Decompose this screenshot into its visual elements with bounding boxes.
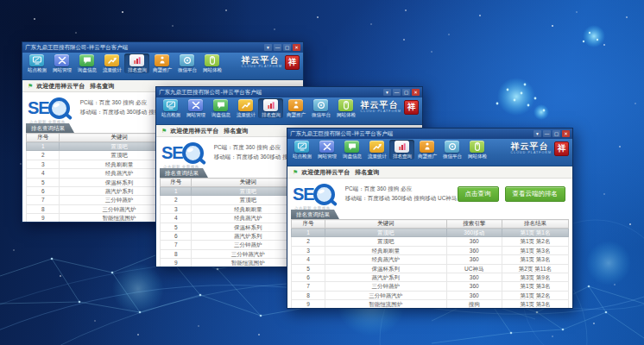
inquiry-chat-icon (344, 141, 359, 153)
table-cell: UC神马 (446, 264, 502, 273)
toolbar-item-3[interactable]: 询盘信息 (339, 140, 364, 160)
maximize-button[interactable]: ▢ (283, 44, 291, 51)
table-cell: 6 (292, 273, 325, 282)
content-area: SE 点击刷新 全面领先 PC端：百度 360 搜狗 必应 移动端：百度移动 3… (287, 179, 572, 308)
toolbar-item-1[interactable]: 站点检测 (289, 140, 314, 160)
window-title: 广东九鼎王巨搜有限公司-祥云平台客户端 (159, 89, 383, 97)
toolbar-item-3[interactable]: 询盘信息 (74, 53, 99, 73)
inquiry-chat-icon (213, 99, 228, 111)
minimize-button[interactable]: — (274, 44, 281, 51)
table-cell: 三分钟蒸炉 (325, 282, 446, 291)
pc-engines-line: PC端：百度 360 搜狗 必应 (345, 185, 458, 193)
maximize-button[interactable]: ▢ (402, 89, 410, 96)
table-row[interactable]: 1置顶吧360移动第1页 第1名 (292, 229, 569, 237)
toolbar-item-4[interactable]: 流量统计 (364, 140, 389, 160)
view-cloud-rank-button[interactable]: 查看云端的排名 (505, 186, 566, 203)
toolbar-item-8[interactable]: 网站体检 (464, 140, 489, 160)
promotion-podium-icon (420, 141, 434, 153)
flag-icon: ⚑ (161, 128, 167, 134)
toolbar-item-7[interactable]: 微信平台 (308, 98, 333, 118)
close-button[interactable]: ✕ (293, 44, 300, 51)
table-cell: 9 (292, 300, 325, 309)
toolbar-item-label: 微信平台 (177, 66, 196, 72)
engine-support-lines: PC端：百度 360 搜狗 必应 移动端：百度移动 360移动 搜狗移动 UC神… (345, 185, 458, 203)
maximize-button[interactable]: ▢ (552, 130, 560, 137)
magnifier-icon (182, 142, 204, 164)
results-tab[interactable]: 排名查询结果 (26, 123, 74, 133)
column-header: 排名结果 (502, 220, 568, 229)
flag-icon: ⚑ (293, 169, 298, 175)
results-tab[interactable]: 排名查询结果 (160, 168, 208, 178)
rank-bar-chart-icon (263, 99, 278, 111)
toolbar-item-2[interactable]: 网站管理 (49, 53, 74, 73)
seo-logo: SE 点击刷新 全面领先 (161, 142, 204, 164)
toolbar-item-7[interactable]: 微信平台 (439, 140, 464, 160)
table-row[interactable]: 9智能恒流围炉搜狗第1页 第3名 (292, 300, 569, 309)
toolbar-item-label: 排名查询 (261, 111, 280, 117)
table-row[interactable]: 4经典蒸汽炉360第1页 第3名 (292, 255, 569, 264)
toolbar-item-1[interactable]: 站点检测 (24, 53, 49, 73)
query-button[interactable]: 点击查询 (458, 186, 499, 203)
toolbar-item-4[interactable]: 流量统计 (99, 53, 124, 73)
close-button[interactable]: ✕ (562, 130, 570, 137)
table-row[interactable]: 8三分钟蒸汽炉360第1页 第2名 (292, 291, 569, 299)
toolbar-item-8[interactable]: 网站体检 (199, 53, 224, 73)
magnifier-icon (48, 97, 70, 119)
skin-button[interactable]: ▾ (383, 89, 391, 96)
toolbar-item-5[interactable]: 排名查询 (389, 140, 414, 160)
toolbar-item-7[interactable]: 微信平台 (174, 53, 199, 73)
table-row[interactable]: 3经典刷刷量360第1页 第3名 (292, 246, 569, 254)
table-row[interactable]: 5保温杯系列UC神马第2页 第11名 (292, 264, 569, 273)
skin-button[interactable]: ▾ (534, 130, 541, 137)
table-cell: 360移动 (446, 229, 502, 237)
table-cell: 5 (292, 264, 325, 273)
table-cell: 360 (446, 282, 502, 291)
titlebar[interactable]: 广东九鼎王巨搜有限公司-祥云平台客户端 ▾—▢✕ (22, 42, 303, 53)
seo-logo-text: SE (293, 185, 314, 203)
table-cell: 360 (446, 273, 502, 282)
table-cell: 4 (292, 255, 325, 264)
toolbar-item-4[interactable]: 流量统计 (233, 98, 258, 118)
minimize-button[interactable]: — (543, 130, 551, 137)
minimize-button[interactable]: — (393, 89, 401, 96)
toolbar-items: 站点检测网站管理询盘信息流量统计排名查询商盟推广微信平台网站体检 (158, 98, 358, 118)
seo-slogan: 点击刷新 全面领先 (294, 206, 331, 210)
column-header: 序号 (27, 134, 60, 142)
close-button[interactable]: ✕ (412, 89, 420, 96)
welcome-text: 欢迎使用祥云平台 (170, 127, 218, 135)
results-tab[interactable]: 排名查询结果 (291, 210, 339, 219)
table-cell: 8 (27, 204, 60, 213)
titlebar[interactable]: 广东九鼎王巨搜有限公司-祥云平台客户端 ▾—▢✕ (156, 87, 422, 97)
table-row[interactable]: 7三分钟蒸炉360第1页 第3名 (292, 282, 569, 291)
toolbar-item-6[interactable]: 商盟推广 (414, 140, 439, 160)
toolbar-item-5[interactable]: 排名查询 (258, 98, 283, 118)
table-row[interactable]: 2置顶吧360第1页 第2名 (292, 237, 569, 246)
table-cell: 保温杯系列 (325, 264, 446, 273)
toolbar-item-3[interactable]: 询盘信息 (208, 98, 233, 118)
section-title: 排名查询 (224, 127, 248, 135)
brand-subtitle: CLOUD PLATFORM (511, 152, 552, 155)
action-buttons: 点击查询 查看云端的排名 (458, 186, 566, 203)
table-cell: 第1页 第2名 (502, 291, 568, 299)
table-cell: 9 (27, 214, 60, 223)
toolbar-item-2[interactable]: 网站管理 (314, 140, 339, 160)
window-title: 广东九鼎王巨搜有限公司-祥云平台客户端 (290, 130, 534, 138)
toolbar-item-6[interactable]: 商盟推广 (283, 98, 308, 118)
toolbar-item-2[interactable]: 网站管理 (183, 98, 208, 118)
toolbar-item-label: 网站体检 (336, 111, 355, 117)
toolbar-item-8[interactable]: 网站体检 (333, 98, 358, 118)
toolbar-item-6[interactable]: 商盟推广 (149, 53, 174, 73)
toolbar-item-label: 商盟推广 (286, 111, 305, 117)
titlebar[interactable]: 广东九鼎王巨搜有限公司-祥云平台客户端 ▾—▢✕ (287, 129, 572, 139)
toolbar-item-label: 流量统计 (236, 111, 255, 117)
toolbar-item-label: 商盟推广 (152, 66, 171, 72)
table-cell: 第3页 第9名 (502, 273, 568, 282)
toolbar-item-5[interactable]: 排名查询 (124, 53, 149, 73)
table-cell: 360 (446, 237, 502, 246)
table-cell: 3 (292, 246, 325, 254)
table-row[interactable]: 6蒸汽炉系列360第3页 第9名 (292, 273, 569, 282)
table-cell: 1 (161, 187, 192, 196)
skin-button[interactable]: ▾ (264, 44, 272, 51)
toolbar-item-1[interactable]: 站点检测 (158, 98, 183, 118)
rank-bar-chart-icon (395, 141, 409, 153)
